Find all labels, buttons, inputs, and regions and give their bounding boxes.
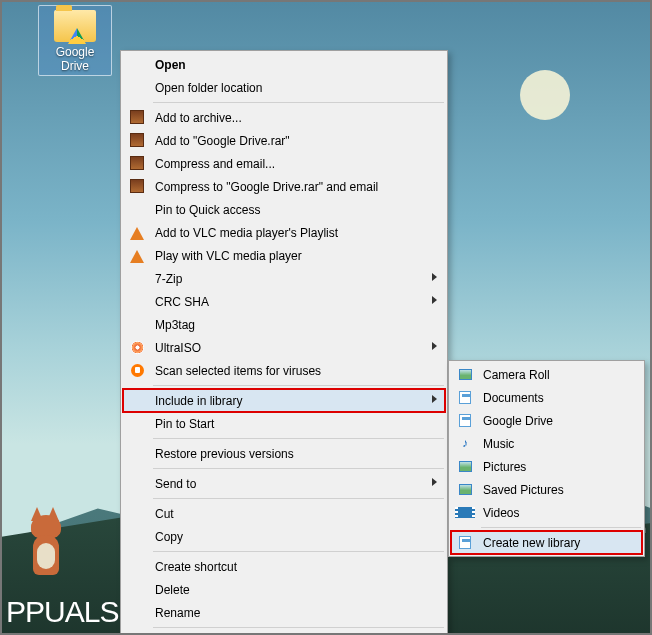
separator bbox=[153, 468, 444, 469]
separator bbox=[153, 385, 444, 386]
menu-7zip[interactable]: 7-Zip bbox=[123, 267, 445, 290]
menu-compress-rar-email[interactable]: Compress to "Google Drive.rar" and email bbox=[123, 175, 445, 198]
library-icon bbox=[457, 534, 473, 550]
menu-rename[interactable]: Rename bbox=[123, 601, 445, 624]
folder-icon bbox=[54, 10, 96, 42]
document-icon bbox=[457, 389, 473, 405]
menu-properties[interactable]: Properties bbox=[123, 631, 445, 635]
menu-include-in-library[interactable]: Include in library bbox=[123, 389, 445, 412]
shortcut-label: Google Drive bbox=[41, 45, 109, 73]
google-drive-icon bbox=[68, 28, 86, 44]
submenu-arrow-icon bbox=[432, 273, 437, 281]
menu-ultraiso[interactable]: UltraISO bbox=[123, 336, 445, 359]
separator bbox=[481, 527, 641, 528]
separator bbox=[153, 551, 444, 552]
submenu-arrow-icon bbox=[432, 296, 437, 304]
vlc-icon bbox=[129, 224, 145, 240]
library-documents[interactable]: Documents bbox=[451, 386, 642, 409]
menu-delete[interactable]: Delete bbox=[123, 578, 445, 601]
menu-create-shortcut[interactable]: Create shortcut bbox=[123, 555, 445, 578]
menu-open-folder-location[interactable]: Open folder location bbox=[123, 76, 445, 99]
library-camera-roll[interactable]: Camera Roll bbox=[451, 363, 642, 386]
desktop-shortcut-google-drive[interactable]: Google Drive bbox=[38, 5, 112, 76]
menu-vlc-add-playlist[interactable]: Add to VLC media player's Playlist bbox=[123, 221, 445, 244]
menu-cut[interactable]: Cut bbox=[123, 502, 445, 525]
menu-add-to-rar[interactable]: Add to "Google Drive.rar" bbox=[123, 129, 445, 152]
wallpaper-moon bbox=[520, 70, 570, 120]
winrar-icon bbox=[129, 178, 145, 194]
menu-avast-scan[interactable]: Scan selected items for viruses bbox=[123, 359, 445, 382]
menu-restore-previous-versions[interactable]: Restore previous versions bbox=[123, 442, 445, 465]
site-logo: PPUALS bbox=[6, 595, 118, 629]
menu-pin-quick-access[interactable]: Pin to Quick access bbox=[123, 198, 445, 221]
context-menu: Open Open folder location Add to archive… bbox=[120, 50, 448, 635]
vlc-icon bbox=[129, 247, 145, 263]
library-videos[interactable]: Videos bbox=[451, 501, 642, 524]
library-pictures[interactable]: Pictures bbox=[451, 455, 642, 478]
menu-pin-to-start[interactable]: Pin to Start bbox=[123, 412, 445, 435]
pictures-icon bbox=[457, 458, 473, 474]
menu-compress-email[interactable]: Compress and email... bbox=[123, 152, 445, 175]
video-icon bbox=[457, 504, 473, 520]
wallpaper-fox bbox=[25, 505, 75, 575]
separator bbox=[153, 627, 444, 628]
pictures-icon bbox=[457, 366, 473, 382]
separator bbox=[153, 102, 444, 103]
menu-add-to-archive[interactable]: Add to archive... bbox=[123, 106, 445, 129]
winrar-icon bbox=[129, 155, 145, 171]
music-icon: ♪ bbox=[457, 435, 473, 451]
separator bbox=[153, 498, 444, 499]
pictures-icon bbox=[457, 481, 473, 497]
winrar-icon bbox=[129, 132, 145, 148]
library-saved-pictures[interactable]: Saved Pictures bbox=[451, 478, 642, 501]
submenu-arrow-icon bbox=[432, 395, 437, 403]
submenu-include-in-library: Camera Roll Documents Google Drive ♪Musi… bbox=[448, 360, 645, 557]
library-create-new[interactable]: Create new library bbox=[451, 531, 642, 554]
separator bbox=[153, 438, 444, 439]
avast-icon bbox=[129, 362, 145, 378]
winrar-icon bbox=[129, 109, 145, 125]
library-google-drive[interactable]: Google Drive bbox=[451, 409, 642, 432]
menu-mp3tag[interactable]: Mp3tag bbox=[123, 313, 445, 336]
library-music[interactable]: ♪Music bbox=[451, 432, 642, 455]
menu-crc-sha[interactable]: CRC SHA bbox=[123, 290, 445, 313]
menu-vlc-play[interactable]: Play with VLC media player bbox=[123, 244, 445, 267]
menu-send-to[interactable]: Send to bbox=[123, 472, 445, 495]
menu-copy[interactable]: Copy bbox=[123, 525, 445, 548]
submenu-arrow-icon bbox=[432, 342, 437, 350]
submenu-arrow-icon bbox=[432, 478, 437, 486]
library-icon bbox=[457, 412, 473, 428]
menu-open[interactable]: Open bbox=[123, 53, 445, 76]
ultraiso-icon bbox=[129, 339, 145, 355]
